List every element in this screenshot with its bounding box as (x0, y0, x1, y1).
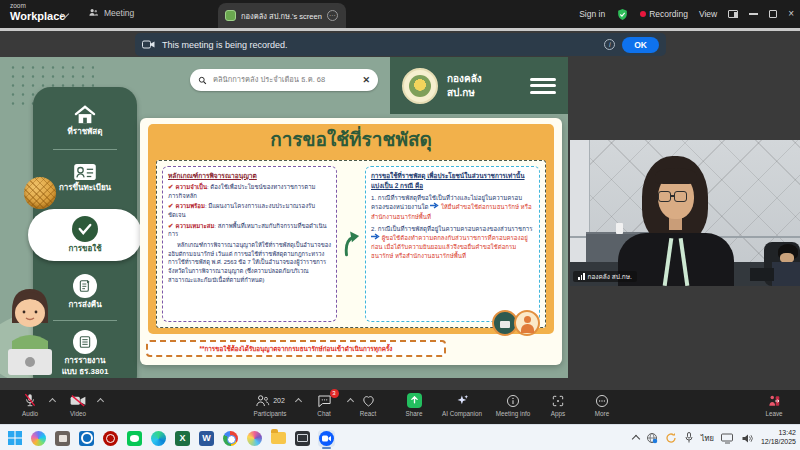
paint-icon[interactable] (246, 430, 263, 447)
tab-options-icon[interactable]: ⋯ (327, 10, 338, 21)
hamburger-menu-icon[interactable] (530, 78, 556, 94)
share-screen-icon (407, 393, 422, 408)
video-cup (616, 223, 623, 234)
tab-shared-screen-label: กองคลัง สป.กษ.'s screen (241, 10, 322, 22)
speaker-glasses (674, 191, 687, 202)
sidebar-report-label: การรายงาน แบบ ธร.3801 (62, 356, 109, 378)
tab-meeting[interactable]: Meeting (88, 7, 134, 18)
speaker-glasses-bridge (670, 195, 675, 197)
search-input[interactable]: คลินิกการคลัง ประจำเดือน ธ.ค. 68 ✕ (190, 69, 378, 91)
minimize-button[interactable] (749, 13, 758, 15)
tray-overflow-chevron[interactable] (632, 435, 640, 443)
recording-indicator: Recording (640, 9, 688, 19)
update-icon[interactable] (665, 432, 677, 444)
word-icon[interactable]: W (198, 430, 215, 447)
remote-desktop-icon[interactable] (294, 430, 311, 447)
maximize-button[interactable] (769, 10, 777, 18)
acrobat-icon[interactable] (102, 430, 119, 447)
info-circle-icon (506, 394, 520, 408)
language-indicator[interactable]: ไทย (701, 432, 714, 444)
ok-button[interactable]: OK (622, 37, 659, 53)
network-icon[interactable] (646, 432, 658, 444)
slide-content-frame: หลักเกณฑ์การพิจารณาอนุญาต ✔ความจำเป็น: ต… (156, 160, 546, 328)
shared-screen-content[interactable]: คลินิกการคลัง ประจำเดือน ธ.ค. 68 ✕ กองคล… (0, 57, 568, 378)
arrow-right-icon (430, 202, 439, 209)
excel-icon[interactable]: X (174, 430, 191, 447)
mic-tray-icon[interactable] (684, 432, 694, 444)
sign-in-button[interactable]: Sign in (579, 9, 605, 19)
zoom-workplace-logo: zoom Workplace (10, 3, 65, 22)
slide-footnote: **การขอใช้ต้องได้รับอนุญาตจากกรมธนารักษ์… (146, 340, 446, 357)
id-card-icon (73, 163, 97, 181)
shared-app-icon (225, 10, 236, 21)
view-button[interactable]: View (699, 9, 717, 19)
return-document-icon (73, 274, 97, 298)
check-icon: ✔ (168, 222, 173, 229)
titlebar: zoom Workplace Meeting กองคลัง สป.กษ.'s … (0, 0, 800, 28)
curved-arrow-icon (340, 166, 362, 322)
windows-start-icon[interactable] (6, 430, 23, 447)
cases-box: การขอใช้ที่ราชพัสดุ เพื่อประโยชน์ในส่วนร… (365, 166, 540, 322)
edge-icon[interactable] (150, 430, 167, 447)
slide-orange-panel: การขอใช้ที่ราชพัสดุ หลักเกณฑ์การพิจารณาอ… (148, 124, 554, 334)
participant-name-tag: กองคลัง สป.กษ. (573, 271, 637, 282)
participant-video-tile[interactable]: กองคลัง สป.กษ. (570, 140, 800, 286)
chrome-icon[interactable] (222, 430, 239, 447)
view-layout-icon[interactable] (728, 10, 738, 18)
participants-button[interactable]: 202 Participants (242, 393, 298, 417)
participants-count: 202 (273, 397, 285, 404)
tab-shared-screen[interactable]: กองคลัง สป.กษ.'s screen ⋯ (218, 3, 346, 28)
recording-message: This meeting is being recorded. (162, 40, 597, 50)
check-icon: ✔ (168, 202, 173, 209)
taskbar-clock[interactable]: 13:42 12/18/2025 (761, 429, 796, 447)
leave-icon (767, 394, 781, 408)
volume-icon[interactable] (741, 433, 754, 444)
criteria-box: หลักเกณฑ์การพิจารณาอนุญาต ✔ความจำเป็น: ต… (162, 166, 337, 322)
criteria-item: ✔ความพร้อม: มีแผนงานโครงการและงบประมาณรอ… (168, 201, 331, 219)
home-icon (74, 105, 96, 125)
second-person-laptop (750, 268, 774, 281)
meeting-control-bar: Audio Video 202 Participants 3 Chat Reac (0, 390, 800, 424)
info-icon[interactable]: i (604, 39, 615, 50)
case-1: 1. กรณีที่ราชพัสดุที่ขอใช้เป็นที่ว่างและ… (371, 193, 534, 220)
outlook-icon[interactable] (78, 430, 95, 447)
copilot-icon[interactable] (30, 430, 47, 447)
store-icon[interactable] (54, 430, 71, 447)
video-button[interactable]: Video (50, 393, 106, 417)
case-2: 2. กรณีเป็นที่ราชพัสดุที่อยู่ในความครอบค… (371, 224, 534, 261)
heart-icon (361, 394, 376, 408)
file-explorer-icon[interactable] (270, 430, 287, 447)
search-value: คลินิกการคลัง ประจำเดือน ธ.ค. 68 (213, 75, 356, 86)
tab-meeting-label: Meeting (104, 8, 134, 18)
close-button[interactable]: × (788, 9, 794, 19)
criteria-paragraph: หลักเกณฑ์การพิจารณาอนุญาตให้ใช้ที่ราชพัส… (168, 241, 331, 284)
sidebar-item-request-use-active[interactable]: การขอใช้ (28, 209, 142, 261)
mic-muted-icon (23, 393, 37, 408)
more-button[interactable]: More (574, 393, 630, 417)
sidebar-item-property[interactable]: ที่ราชพัสดุ (33, 93, 137, 149)
search-icon (198, 76, 207, 85)
org-logo (402, 68, 438, 104)
wicker-ball-decoration (24, 177, 56, 209)
shield-check-icon[interactable] (616, 8, 629, 21)
site-header: กองคลัง สป.กษ (390, 57, 568, 114)
chat-badge: 3 (330, 389, 339, 398)
audience-avatar-icon (514, 310, 540, 336)
display-tray-icon[interactable] (721, 433, 734, 444)
arrow-right-icon (371, 233, 380, 240)
line-icon[interactable] (126, 430, 143, 447)
check-icon: ✔ (168, 183, 173, 190)
criteria-item: ✔ความจำเป็น: ต้องใช้เพื่อประโยชน์ของทางร… (168, 182, 331, 200)
recording-notification: This meeting is being recorded. i OK (135, 33, 666, 56)
sparkle-icon (455, 393, 470, 408)
clear-search-icon[interactable]: ✕ (362, 75, 370, 85)
speaker-fringe (655, 168, 697, 184)
zoom-app-icon[interactable] (318, 430, 335, 447)
slide-card: การขอใช้ที่ราชพัสดุ หลักเกณฑ์การพิจารณาอ… (140, 118, 562, 365)
second-person-body (772, 262, 800, 286)
leave-button[interactable]: Leave (746, 393, 800, 417)
windows-taskbar: X W ไทย 13:42 12/18/2025 (0, 424, 800, 450)
recording-camera-icon (142, 40, 155, 50)
zoom-meeting-window: zoom Workplace Meeting กองคลัง สป.กษ.'s … (0, 0, 800, 450)
ai-companion-button[interactable]: AI Companion (434, 393, 490, 417)
